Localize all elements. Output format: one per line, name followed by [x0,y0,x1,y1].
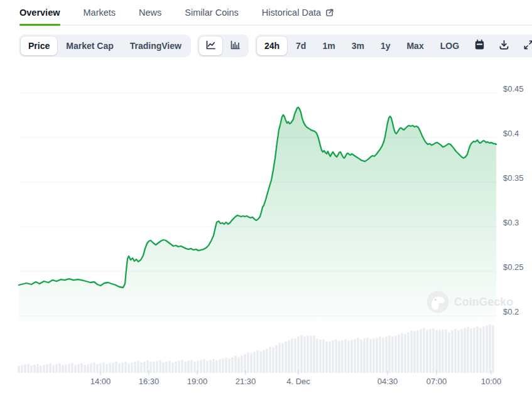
market-cap-button[interactable]: Market Cap [58,36,121,55]
x-axis-label: 21:30 [236,377,256,386]
download-icon [498,39,510,53]
x-axis-label: 16:30 [139,377,160,386]
x-axis-label: 07:00 [426,377,447,386]
y-axis-label: $0.4 [503,129,519,138]
y-axis-label: $0.25 [503,262,524,272]
bar-chart-icon [229,39,241,53]
tab-overview[interactable]: Overview [19,8,60,24]
volume-bars [18,324,494,373]
x-axis-label: 19:00 [187,377,208,386]
bar-chart-button[interactable] [224,36,247,55]
y-axis-label: $0.35 [503,173,524,183]
tab-bar: Overview Markets News Similar Coins Hist… [19,0,532,26]
external-link-icon [325,8,334,18]
calendar-icon [474,39,486,53]
range-1m-button[interactable]: 1m [315,36,342,55]
range-1y-button[interactable]: 1y [373,36,398,55]
y-axis-label: $0.2 [503,307,519,316]
log-scale-button[interactable]: LOG [433,36,467,55]
tab-label: Overview [19,8,60,18]
date-range-button[interactable] [468,36,491,55]
tab-label: News [139,8,161,18]
line-chart-button[interactable] [199,36,222,55]
metric-toggle-group: Price Market Cap TradingView [19,35,191,57]
tab-markets[interactable]: Markets [84,8,116,24]
x-axis-label: 04:30 [377,377,398,386]
range-toggle-group: 24h 7d 1m 3m 1y Max LOG [255,35,532,57]
y-axis-label: $0.3 [503,218,519,227]
expand-icon [523,39,532,53]
tab-label: Markets [84,8,116,18]
range-3m-button[interactable]: 3m [344,36,372,55]
line-chart-icon [205,39,217,53]
fullscreen-button[interactable] [517,36,532,55]
price-chart-plot-area[interactable]: CoinGecko $0.45$0.4$0.35$0.3$0.25$0.214:… [0,0,532,393]
tab-historical-data[interactable]: Historical Data [262,8,334,24]
tradingview-button[interactable]: TradingView [122,36,189,55]
tab-news[interactable]: News [139,8,161,24]
x-axis-label: 14:00 [90,377,111,386]
chart-type-toggle-group [197,35,249,57]
tab-label: Similar Coins [185,8,238,18]
tab-label: Historical Data [262,8,321,18]
x-axis-label: 10:00 [481,377,502,386]
download-chart-button[interactable] [492,36,516,55]
chart-toolbar: Price Market Cap TradingView [19,35,532,57]
coin-chart-page: Overview Markets News Similar Coins Hist… [0,0,532,393]
range-max-button[interactable]: Max [399,36,431,55]
range-24h-button[interactable]: 24h [257,36,287,55]
tab-similar-coins[interactable]: Similar Coins [185,8,238,24]
price-button[interactable]: Price [21,36,57,55]
y-axis-label: $0.45 [503,84,524,94]
price-chart-canvas [0,0,532,393]
range-7d-button[interactable]: 7d [288,36,313,55]
x-axis-label: 4. Dec [286,377,310,386]
